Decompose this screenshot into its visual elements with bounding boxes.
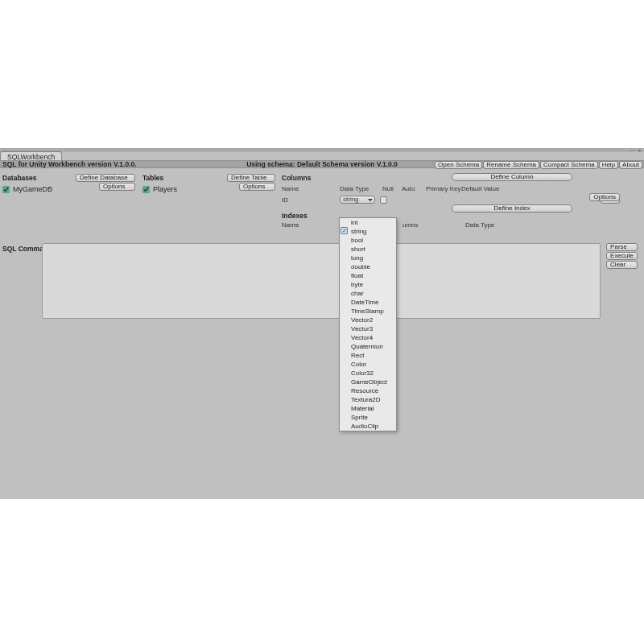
col-hdr-name: Name — [282, 185, 340, 192]
columns-panel: Columns Define Column Name Data Type Nul… — [282, 174, 620, 229]
datatype-option[interactable]: Material — [340, 404, 396, 413]
define-table-button[interactable]: Define Table — [227, 174, 275, 182]
datatype-option[interactable]: DateTime — [340, 298, 396, 307]
tab-row: SQLWorkbench — [0, 151, 62, 160]
open-schema-button[interactable]: Open Schema — [435, 161, 482, 169]
datatype-option[interactable]: Resource — [340, 386, 396, 395]
rename-schema-button[interactable]: Rename Schema — [483, 161, 539, 169]
col-hdr-default: Default Value — [461, 185, 499, 192]
datatype-option[interactable]: AudioClip — [340, 422, 396, 431]
datatype-option[interactable]: TimeStamp — [340, 307, 396, 316]
datatype-option[interactable]: Vector3 — [340, 324, 396, 333]
datatype-option-label: Vector4 — [351, 334, 373, 341]
datatype-option-label: float — [351, 272, 363, 279]
datatype-option-label: char — [351, 290, 364, 297]
datatype-option[interactable]: Color32 — [340, 369, 396, 378]
datatype-dropdown[interactable]: intstringboolshortlongdoublefloatbytecha… — [339, 217, 397, 431]
about-button[interactable]: About — [619, 161, 642, 169]
datatype-option-label: short — [351, 246, 365, 253]
check-icon — [341, 227, 348, 234]
compact-schema-button[interactable]: Compact Schema — [540, 161, 598, 169]
datatype-option-label: double — [351, 263, 370, 270]
tables-options-button[interactable]: Options — [239, 183, 275, 191]
datatype-option[interactable]: short — [340, 245, 396, 254]
tables-panel: Tables Define Table Options Players — [142, 174, 275, 193]
column-row-name: ID — [282, 196, 340, 204]
datatype-option-label: DateTime — [351, 299, 378, 306]
table-name: Players — [153, 185, 177, 193]
datatype-option[interactable]: Quaternion — [340, 342, 396, 351]
col-hdr-datatype: Data Type — [340, 185, 382, 192]
parse-button[interactable]: Parse — [606, 243, 638, 251]
database-checkbox[interactable] — [2, 186, 10, 193]
define-database-button[interactable]: Define Database — [76, 174, 135, 182]
datatype-option[interactable]: Vector4 — [340, 333, 396, 342]
idx-hdr-columns: umns — [402, 221, 465, 229]
column-null-checkbox[interactable] — [380, 196, 387, 204]
datatype-option[interactable]: Sprite — [340, 413, 396, 422]
execute-button[interactable]: Execute — [606, 252, 638, 260]
datatype-option[interactable]: int — [340, 218, 396, 227]
datatype-option-label: string — [351, 228, 367, 235]
idx-hdr-datatype: Data Type — [465, 221, 494, 229]
indexes-label: Indexes — [282, 212, 620, 220]
clear-button[interactable]: Clear — [606, 261, 638, 269]
datatype-option-label: Rect — [351, 352, 364, 359]
datatype-option-label: TimeStamp — [351, 308, 384, 315]
datatype-option-label: Color — [351, 361, 366, 368]
datatype-option-label: int — [351, 219, 357, 226]
tab-sqlworkbench[interactable]: SQLWorkbench — [0, 151, 62, 160]
datatype-option-label: Vector2 — [351, 316, 373, 324]
datatype-option[interactable]: long — [340, 254, 396, 262]
define-column-button[interactable]: Define Column — [452, 173, 572, 181]
col-hdr-null: Null — [382, 185, 402, 192]
datatype-option-label: bool — [351, 237, 363, 244]
datatype-option-label: AudioClip — [351, 423, 378, 430]
window-titlebar: – × — [0, 148, 644, 151]
datatype-option[interactable]: bool — [340, 236, 396, 245]
define-index-button[interactable]: Define Index — [452, 204, 572, 213]
col-hdr-auto: Auto — [402, 185, 426, 192]
datatype-option[interactable]: GameObject — [340, 378, 396, 386]
datatype-option[interactable]: byte — [340, 280, 396, 289]
col-hdr-primary: Primary Key — [426, 185, 461, 192]
datatype-option[interactable]: Vector2 — [340, 316, 396, 324]
datatype-option[interactable]: Rect — [340, 351, 396, 360]
minimize-icon[interactable]: – — [630, 149, 635, 153]
datatype-option[interactable]: Textura2D — [340, 395, 396, 404]
help-button[interactable]: Help — [599, 161, 618, 169]
datatype-option[interactable]: float — [340, 271, 396, 280]
column-datatype-select[interactable]: string — [340, 196, 375, 204]
databases-options-button[interactable]: Options — [99, 183, 135, 191]
table-checkbox[interactable] — [142, 186, 150, 193]
databases-panel: Databases Define Database Options MyGame… — [2, 174, 135, 193]
database-name: MyGameDB — [13, 185, 52, 193]
datatype-option-label: Material — [351, 405, 374, 412]
datatype-option-label: Vector3 — [351, 325, 373, 332]
column-options-button[interactable]: Options — [589, 193, 620, 201]
datatype-option[interactable]: string — [340, 227, 396, 236]
datatype-option[interactable]: Color — [340, 360, 396, 369]
datatype-option-label: GameObject — [351, 378, 387, 386]
datatype-option-label: Resource — [351, 387, 378, 394]
datatype-option[interactable]: char — [340, 289, 396, 298]
app-window: – × SQLWorkbench SQL for Unity Workbench… — [0, 148, 644, 499]
datatype-option-label: byte — [351, 281, 363, 288]
datatype-option-label: Sprite — [351, 414, 368, 421]
datatype-option[interactable]: double — [340, 262, 396, 271]
datatype-option-label: Quaternion — [351, 343, 383, 350]
close-icon[interactable]: × — [637, 149, 642, 153]
datatype-option-label: long — [351, 254, 363, 262]
datatype-option-label: Color32 — [351, 369, 374, 377]
header-bar: SQL for Unity Workbench version V.1.0.0.… — [0, 160, 644, 168]
sql-command-input[interactable] — [42, 243, 601, 319]
content: Databases Define Database Options MyGame… — [0, 169, 644, 499]
datatype-option-label: Textura2D — [351, 396, 380, 403]
